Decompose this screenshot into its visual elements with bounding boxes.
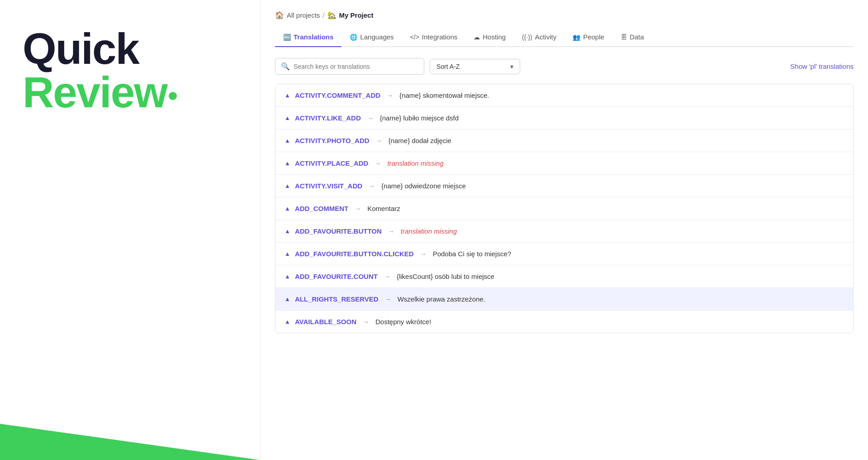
translation-missing-badge: translation missing <box>401 227 457 235</box>
translations-tab-icon: 🔤 <box>283 34 291 41</box>
translation-list: ▲ ACTIVITY.COMMENT_ADD → {name} skomento… <box>275 84 854 333</box>
table-row[interactable]: ▲ AVAILABLE_SOON → Dostępny wkrótce! <box>275 311 853 333</box>
project-icon: 🏡 <box>327 11 337 19</box>
search-icon: 🔍 <box>281 62 290 71</box>
table-row[interactable]: ▲ ACTIVITY.COMMENT_ADD → {name} skomento… <box>275 84 853 107</box>
expand-icon[interactable]: ▲ <box>285 137 290 144</box>
home-icon: 🏠 <box>275 11 284 19</box>
expand-icon[interactable]: ▲ <box>285 273 290 280</box>
translation-value: {name} skomentował miejsce. <box>399 91 489 99</box>
translation-key: ACTIVITY.PLACE_ADD <box>295 159 369 167</box>
left-panel: Quick Review <box>0 0 260 460</box>
arrow-icon: → <box>387 92 393 99</box>
translation-key: AVAILABLE_SOON <box>295 318 356 326</box>
integrations-tab-icon: </> <box>410 34 419 41</box>
table-row[interactable]: ▲ ACTIVITY.PLACE_ADD → translation missi… <box>275 152 853 175</box>
tab-translations[interactable]: 🔤 Translations <box>275 29 342 47</box>
green-dot <box>169 92 177 100</box>
translation-key: ALL_RIGHTS_RESERVED <box>295 295 379 303</box>
table-row[interactable]: ▲ ACTIVITY.PHOTO_ADD → {name} dodał zdję… <box>275 129 853 152</box>
show-translations-button[interactable]: Show 'pl' translations <box>790 59 854 74</box>
translation-value: Dostępny wkrótce! <box>375 318 431 326</box>
translation-value: Komentarz <box>367 205 400 212</box>
chevron-down-icon: ▾ <box>510 63 513 70</box>
quick-text: Quick <box>23 27 237 71</box>
translations-tab-label: Translations <box>294 33 333 41</box>
arrow-icon: → <box>369 182 375 190</box>
arrow-icon: → <box>363 318 369 326</box>
languages-tab-icon: 🌐 <box>350 34 357 41</box>
table-row[interactable]: ▲ ACTIVITY.LIKE_ADD → {name} lubiło miej… <box>275 107 853 129</box>
expand-icon[interactable]: ▲ <box>285 228 290 235</box>
breadcrumb-separator: / <box>323 11 324 19</box>
arrow-icon: → <box>367 115 374 122</box>
green-decorative-shape <box>0 369 260 460</box>
arrow-icon: → <box>355 205 361 212</box>
tab-integrations[interactable]: </> Integrations <box>402 29 466 47</box>
hosting-tab-label: Hosting <box>483 33 506 41</box>
toolbar: 🔍 Sort A-Z ▾ Show 'pl' translations <box>275 58 854 75</box>
translation-value: Podoba Ci się to miejsce? <box>433 250 511 258</box>
activity-tab-label: Activity <box>535 33 557 41</box>
table-row[interactable]: ▲ ADD_FAVOURITE.BUTTON → translation mis… <box>275 220 853 243</box>
search-box[interactable]: 🔍 <box>275 58 424 75</box>
people-tab-icon: 👥 <box>573 34 580 41</box>
sort-label: Sort A-Z <box>436 63 460 70</box>
expand-icon[interactable]: ▲ <box>285 115 290 121</box>
review-text: Review <box>23 71 237 114</box>
translation-value: {name} dodał zdjęcie <box>389 137 451 144</box>
tab-people[interactable]: 👥 People <box>564 29 612 47</box>
activity-tab-icon: ((·)) <box>522 34 532 41</box>
translation-value: {name} odwiedzone miejsce <box>381 182 466 190</box>
translation-key: ADD_COMMENT <box>295 205 348 212</box>
translation-key: ACTIVITY.VISIT_ADD <box>295 182 362 190</box>
arrow-icon: → <box>385 296 391 303</box>
all-projects-link[interactable]: All projects <box>287 11 320 19</box>
translation-missing-badge: translation missing <box>387 159 443 167</box>
tab-activity[interactable]: ((·)) Activity <box>514 29 564 47</box>
table-row[interactable]: ▲ ADD_COMMENT → Komentarz <box>275 197 853 220</box>
translation-value: {name} lubiło miejsce dsfd <box>380 114 459 122</box>
arrow-icon: → <box>388 228 394 235</box>
translation-key: ACTIVITY.COMMENT_ADD <box>295 91 380 99</box>
table-row[interactable]: ▲ ADD_FAVOURITE.BUTTON.CLICKED → Podoba … <box>275 243 853 265</box>
search-input[interactable] <box>294 63 418 70</box>
sort-dropdown[interactable]: Sort A-Z ▾ <box>430 59 520 74</box>
integrations-tab-label: Integrations <box>422 33 457 41</box>
right-panel: 🏠 All projects / 🏡 My Project 🔤 Translat… <box>260 0 868 460</box>
project-name: My Project <box>339 11 374 19</box>
data-tab-label: Data <box>630 33 644 41</box>
table-row[interactable]: ▲ ACTIVITY.VISIT_ADD → {name} odwiedzone… <box>275 175 853 197</box>
expand-icon[interactable]: ▲ <box>285 182 290 189</box>
tab-data[interactable]: 🗄 Data <box>612 29 652 47</box>
expand-icon[interactable]: ▲ <box>285 318 290 325</box>
data-tab-icon: 🗄 <box>621 34 627 41</box>
translation-value: Wszelkie prawa zastrzeżone. <box>398 295 485 303</box>
translation-value: {likesCount} osób lubi to miejsce <box>397 273 494 280</box>
nav-tabs: 🔤 Translations 🌐 Languages </> Integrati… <box>275 29 854 47</box>
table-row[interactable]: ▲ ADD_FAVOURITE.COUNT → {likesCount} osó… <box>275 265 853 288</box>
people-tab-label: People <box>583 33 604 41</box>
tab-hosting[interactable]: ☁ Hosting <box>465 29 514 47</box>
translation-key: ADD_FAVOURITE.BUTTON <box>295 227 382 235</box>
languages-tab-label: Languages <box>360 33 394 41</box>
expand-icon[interactable]: ▲ <box>285 205 290 212</box>
expand-icon[interactable]: ▲ <box>285 250 290 257</box>
tab-languages[interactable]: 🌐 Languages <box>342 29 402 47</box>
arrow-icon: → <box>375 160 381 167</box>
expand-icon[interactable]: ▲ <box>285 92 290 99</box>
translation-key: ACTIVITY.PHOTO_ADD <box>295 137 370 144</box>
breadcrumb: 🏠 All projects / 🏡 My Project <box>275 11 854 19</box>
arrow-icon: → <box>376 137 382 144</box>
translation-key: ADD_FAVOURITE.BUTTON.CLICKED <box>295 250 414 258</box>
arrow-icon: → <box>384 273 390 280</box>
expand-icon[interactable]: ▲ <box>285 160 290 167</box>
translation-key: ADD_FAVOURITE.COUNT <box>295 273 378 280</box>
arrow-icon: → <box>420 250 427 258</box>
hosting-tab-icon: ☁ <box>474 34 480 41</box>
table-row[interactable]: ▲ ALL_RIGHTS_RESERVED → Wszelkie prawa z… <box>275 288 853 311</box>
translation-key: ACTIVITY.LIKE_ADD <box>295 114 361 122</box>
expand-icon[interactable]: ▲ <box>285 296 290 302</box>
